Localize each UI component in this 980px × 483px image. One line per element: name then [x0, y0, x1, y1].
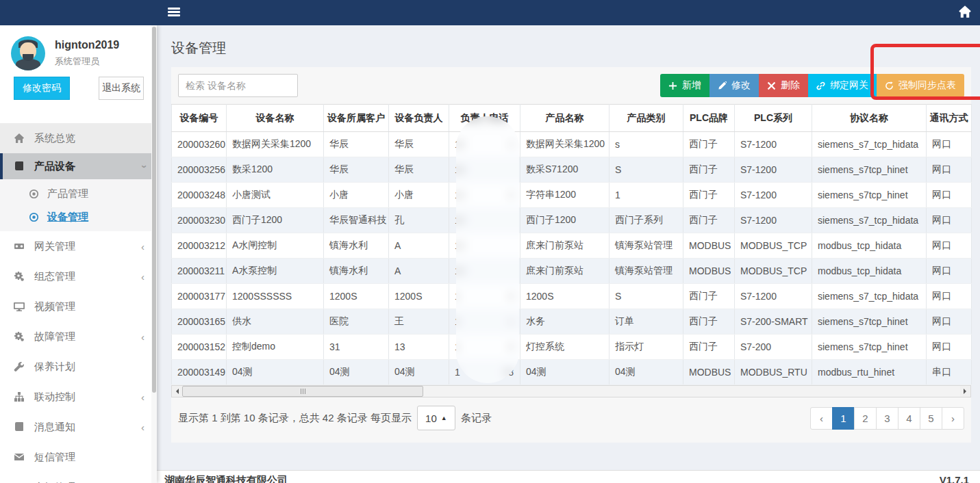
cell: 数采S71200 — [520, 157, 610, 183]
pencil-icon — [718, 81, 727, 90]
cell: 医院 — [324, 309, 389, 335]
table-row[interactable]: 200003165供水医院王11水务订单西门子S7-200-SMARTsieme… — [172, 309, 972, 335]
cell: siemens_s7tcp_hinet — [812, 183, 927, 208]
cell: 庶来门前泵站 — [520, 259, 610, 284]
cell: 1200S — [520, 284, 610, 309]
cell: siemens_s7tcp_hinet — [812, 309, 927, 335]
plus-icon — [668, 81, 677, 90]
circle-dot-icon — [29, 189, 39, 199]
cell: 1200S — [389, 284, 449, 309]
chevron-left-icon: ‹ — [141, 331, 145, 343]
table-row[interactable]: 200003248小唐测试小唐小唐130字符串12001西门子S7-1200si… — [172, 183, 972, 208]
cell: 04测 — [389, 360, 449, 385]
delete-button[interactable]: 删除 — [759, 74, 808, 97]
page-button-5[interactable]: 5 — [920, 407, 942, 430]
add-button[interactable]: 新增 — [660, 74, 709, 97]
scroll-right-arrow[interactable] — [960, 386, 970, 397]
gears-icon — [14, 331, 25, 342]
table-row[interactable]: 200003260数据网关采集1200华辰华辰184数据网关采集1200s西门子… — [172, 132, 972, 157]
table-row[interactable]: 200003230西门子1200华辰智通科技孔15西门子1200西门子系列西门子… — [172, 208, 972, 233]
user-panel: hignton2019 系统管理员 修改密码 退出系统 — [0, 25, 157, 123]
home-icon[interactable] — [958, 5, 973, 20]
cell: 小唐 — [324, 183, 389, 208]
hamburger-menu-icon[interactable] — [168, 6, 180, 18]
sidebar-item-gateway-management[interactable]: 网关管理 ‹ — [0, 231, 157, 261]
column-header: 产品名称 — [520, 105, 610, 132]
gateway-icon — [14, 241, 25, 252]
sidebar-item-sms-management[interactable]: 短信管理 — [0, 442, 157, 472]
cell: 网口 — [927, 259, 972, 284]
sidebar-item-message-notify[interactable]: 消息通知 ‹ — [0, 412, 157, 442]
monitor-icon — [14, 301, 25, 312]
table-row[interactable]: 200003152控制demo311318灯控系统指示灯西门子S7-200sie… — [172, 335, 972, 360]
cell: modbus_tcp_hidata — [812, 259, 927, 284]
sidebar-item-linkage-control[interactable]: 联动控制 ‹ — [0, 382, 157, 412]
sidebar-nav: 系统总览 产品设备 ‹ 产品管理 设备管理 网关管理 ‹ 组态管理 ‹ — [0, 123, 157, 483]
cell: 王 — [389, 309, 449, 335]
cell: modbus_rtu_hinet — [812, 360, 927, 385]
footer: 湖南华辰智通科技有限公司 V1.7.1 — [157, 470, 980, 483]
scroll-left-arrow[interactable] — [172, 386, 182, 397]
cell: 小唐测试 — [227, 183, 324, 208]
page-button-4[interactable]: 4 — [898, 407, 920, 430]
avatar — [11, 36, 45, 70]
cell: A水闸控制 — [227, 233, 324, 259]
cell: MODBUS_TCP — [735, 233, 812, 259]
cell: S7-1200 — [735, 132, 812, 157]
logout-button[interactable]: 退出系统 — [99, 77, 144, 100]
cell: 西门子 — [683, 309, 735, 335]
cell: S7-1200 — [735, 157, 812, 183]
sidebar-item-device-management[interactable]: 设备管理 — [0, 205, 157, 229]
table-row[interactable]: 200003256数采1200华辰华辰18数采S71200S西门子S7-1200… — [172, 157, 972, 183]
table-row[interactable]: 20000314904测04测04测13804测04测MODBUSMODBUS_… — [172, 360, 972, 385]
next-page-button[interactable]: › — [942, 407, 964, 430]
column-header: 协议名称 — [812, 105, 927, 132]
cell: S7-200 — [735, 335, 812, 360]
cell: 网口 — [927, 335, 972, 360]
page-button-2[interactable]: 2 — [854, 407, 877, 430]
cell: 华辰 — [389, 132, 449, 157]
sidebar-item-product-management[interactable]: 产品管理 — [0, 182, 157, 205]
cell: 字符串1200 — [520, 183, 610, 208]
edit-button[interactable]: 修改 — [709, 74, 759, 97]
per-page-dropdown[interactable]: 10 ▲ — [417, 406, 455, 430]
sidebar-item-maintenance-plan[interactable]: 保养计划 — [0, 352, 157, 382]
change-password-button[interactable]: 修改密码 — [14, 77, 70, 100]
cell: 西门子1200 — [520, 208, 610, 233]
cell: 13 — [389, 335, 449, 360]
table-row[interactable]: 200003211A水泵控制镇海水利A13庶来门前泵站镇海泵站管理MODBUSM… — [172, 259, 972, 284]
cell: 网口 — [927, 183, 972, 208]
cell: MODBUS_RTU — [735, 360, 812, 385]
caret-up-icon: ▲ — [441, 415, 447, 421]
cell: MODBUS — [683, 233, 735, 259]
page-button-1[interactable]: 1 — [832, 407, 855, 430]
sidebar-item-fault-management[interactable]: 故障管理 ‹ — [0, 322, 157, 352]
cell: MODBUS — [683, 360, 735, 385]
cell: 200003248 — [172, 183, 227, 208]
cell: 200003152 — [172, 335, 227, 360]
cell: 小唐 — [389, 183, 449, 208]
sidebar-item-config-management[interactable]: 组态管理 ‹ — [0, 261, 157, 291]
cell: 水务 — [520, 309, 610, 335]
column-header: PLC品牌 — [683, 105, 735, 132]
chevron-down-icon: ‹ — [137, 165, 149, 168]
scrollbar-thumb[interactable] — [182, 386, 423, 397]
sidebar-item-system-overview[interactable]: 系统总览 — [0, 123, 157, 153]
cell: 华辰智通科技 — [324, 208, 389, 233]
column-header: 通讯方式 — [927, 105, 972, 132]
sidebar-item-product-device[interactable]: 产品设备 ‹ — [0, 153, 157, 179]
bind-gateway-button[interactable]: 绑定网关 — [808, 74, 877, 97]
prev-page-button[interactable]: ‹ — [810, 407, 833, 430]
cell: siemens_s7_tcp_hidata — [812, 132, 927, 157]
table-row[interactable]: 2000031771200SSSSSS1200S1200S181200SS西门子… — [172, 284, 972, 309]
table-row[interactable]: 200003212A水闸控制镇海水利A13庶来门前泵站镇海泵站管理MODBUSM… — [172, 233, 972, 259]
search-input[interactable] — [178, 74, 298, 97]
cell: 200003177 — [172, 284, 227, 309]
cell: 西门子 — [683, 132, 735, 157]
sidebar-scrollbar[interactable] — [151, 25, 157, 483]
horizontal-scrollbar[interactable] — [171, 385, 971, 397]
sidebar-item-video-management[interactable]: 视频管理 — [0, 291, 157, 322]
sidebar-item-space-management[interactable]: 空间管理 — [0, 472, 157, 483]
chevron-left-icon: ‹ — [141, 271, 145, 283]
page-button-3[interactable]: 3 — [876, 407, 899, 430]
